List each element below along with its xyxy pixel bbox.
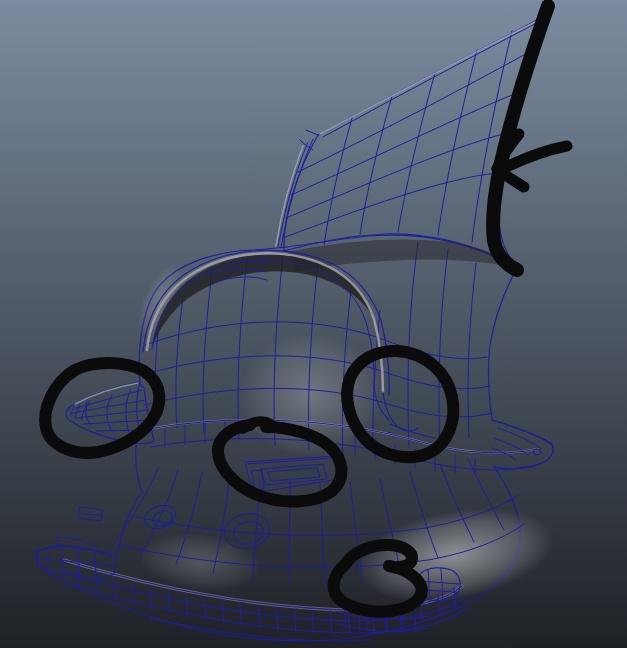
model-render: [0, 0, 627, 648]
maya-viewport-canvas[interactable]: [0, 0, 627, 648]
